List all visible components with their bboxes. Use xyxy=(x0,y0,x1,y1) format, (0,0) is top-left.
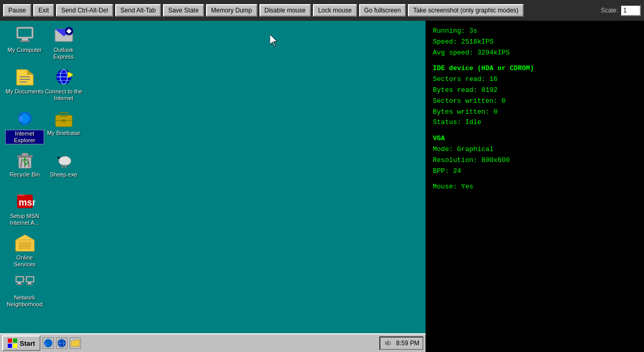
svg-marker-58 xyxy=(385,340,389,346)
my-computer-icon xyxy=(15,25,35,46)
svg-rect-49 xyxy=(13,339,17,343)
online-services-icon xyxy=(15,233,35,253)
svg-rect-4 xyxy=(20,40,30,42)
desktop-icon-my-documents[interactable]: My Documents xyxy=(5,66,44,95)
desktop-icon-network-neighborhood[interactable]: Network Neighborhood xyxy=(5,273,44,308)
taskbar-tray: 8:59 PM xyxy=(379,336,423,350)
my-documents-icon xyxy=(15,66,35,87)
my-briefcase-label: My Briefcase xyxy=(47,130,80,137)
desktop-icon-internet-explorer[interactable]: e Internet Explorer xyxy=(5,108,44,144)
desktop-icon-sheep-exe[interactable]: Sheep.exe xyxy=(44,150,83,178)
toolbar: Pause Exit Send Ctrl-Alt-Del Send Alt-Ta… xyxy=(0,0,644,21)
online-services-label: Online Services xyxy=(5,254,44,268)
bytes-read-text: Bytes read: 8192 xyxy=(433,85,637,96)
network-neighborhood-label: Network Neighborhood xyxy=(5,294,44,308)
desktop-area[interactable]: My Computer Outlook Express xyxy=(0,21,426,333)
svg-marker-57 xyxy=(71,340,79,346)
desktop-icon-online-services[interactable]: Online Services xyxy=(5,233,44,268)
svg-rect-33 xyxy=(65,165,66,168)
disable-mouse-button[interactable]: Disable mouse xyxy=(259,4,311,17)
desktop-icon-outlook-express[interactable]: Outlook Express xyxy=(44,25,83,60)
svg-rect-41 xyxy=(18,282,21,284)
svg-rect-48 xyxy=(8,339,12,343)
internet-explorer-label: Internet Explorer xyxy=(5,130,44,144)
taskbar-icon-folder[interactable] xyxy=(70,337,81,349)
svg-rect-11 xyxy=(20,79,30,80)
resolution-text: Resolution: 800x600 xyxy=(433,155,637,166)
desktop-icon-connect[interactable]: Connect to the Internet xyxy=(44,66,83,102)
svg-rect-50 xyxy=(8,344,12,348)
svg-text:msn: msn xyxy=(19,197,35,208)
svg-rect-40 xyxy=(17,277,23,281)
connect-label: Connect to the Internet xyxy=(44,88,83,102)
bpp-text: BPP: 24 xyxy=(433,166,637,177)
outlook-express-icon xyxy=(53,25,74,46)
scale-input[interactable] xyxy=(620,5,641,16)
taskbar-time: 8:59 PM xyxy=(396,340,419,347)
svg-rect-32 xyxy=(62,165,63,168)
svg-rect-38 xyxy=(19,242,31,249)
exit-button[interactable]: Exit xyxy=(33,4,54,17)
svg-rect-51 xyxy=(13,344,17,348)
setup-msn-icon: msn xyxy=(15,191,35,212)
start-button[interactable]: Start xyxy=(2,335,40,351)
pause-button[interactable]: Pause xyxy=(3,4,31,17)
network-neighborhood-icon xyxy=(15,273,35,293)
taskbar-icon-globe[interactable] xyxy=(56,337,67,349)
info-panel: Running: 3s Speed: 2518kIPS Avg speed: 3… xyxy=(426,21,644,352)
scale-label: Scale: xyxy=(601,7,618,14)
internet-explorer-icon: e xyxy=(15,108,35,129)
taskbar-quick-launch: e xyxy=(43,337,81,349)
desktop-icon-my-briefcase[interactable]: My Briefcase xyxy=(44,108,83,137)
recycle-bin-icon xyxy=(15,150,35,170)
take-screenshot-button[interactable]: Take screenshot (only graphic modes) xyxy=(408,4,524,17)
speed-text: Speed: 2518kIPS xyxy=(433,37,637,48)
memory-dump-button[interactable]: Memory Dump xyxy=(206,4,257,17)
my-documents-label: My Documents xyxy=(6,88,44,95)
svg-text:e: e xyxy=(19,112,23,124)
sheep-exe-icon xyxy=(53,150,74,170)
sectors-read-text: Sectors read: 16 xyxy=(433,74,637,85)
sectors-written-text: Sectors written: 0 xyxy=(433,96,637,107)
svg-rect-2 xyxy=(18,29,32,37)
svg-marker-0 xyxy=(270,34,277,47)
avg-speed-text: Avg speed: 3294kIPS xyxy=(433,48,637,59)
send-ctrl-alt-del-button[interactable]: Send Ctrl-Alt-Del xyxy=(56,4,113,17)
send-alt-tab-button[interactable]: Send Alt-Tab xyxy=(115,4,161,17)
running-text: Running: 3s xyxy=(433,26,637,37)
mouse-text: Mouse: Yes xyxy=(433,182,637,193)
svg-rect-3 xyxy=(22,38,28,40)
recycle-bin-label: Recycle Bin xyxy=(9,171,39,178)
taskbar: Start e xyxy=(0,333,426,352)
taskbar-icon-ie[interactable]: e xyxy=(43,337,54,349)
cursor xyxy=(270,34,280,49)
svg-point-31 xyxy=(63,156,68,161)
svg-rect-44 xyxy=(27,277,33,281)
tray-icon-speaker[interactable] xyxy=(383,339,393,348)
start-windows-icon xyxy=(7,338,18,348)
svg-rect-10 xyxy=(20,76,30,77)
mode-text: Mode: Graphical xyxy=(433,144,637,155)
desktop-icon-my-computer[interactable]: My Computer xyxy=(5,25,44,53)
scale-area: Scale: xyxy=(601,5,641,16)
svg-point-30 xyxy=(58,157,60,159)
lock-mouse-button[interactable]: Lock mouse xyxy=(313,4,357,17)
setup-msn-label: Setup MSN Internet A... xyxy=(5,213,44,226)
svg-rect-12 xyxy=(20,82,27,83)
sheep-exe-label: Sheep.exe xyxy=(50,171,77,178)
svg-marker-36 xyxy=(16,235,34,240)
main-area: My Computer Outlook Express xyxy=(0,21,644,352)
bytes-written-text: Bytes written: 0 xyxy=(433,107,637,118)
desktop-icon-setup-msn[interactable]: msn Setup MSN Internet A... xyxy=(5,191,44,226)
desktop-icon-recycle-bin[interactable]: Recycle Bin xyxy=(5,150,44,178)
briefcase-icon xyxy=(53,108,74,129)
save-state-button[interactable]: Save State xyxy=(163,4,204,17)
vga-header-text: VGA xyxy=(433,133,637,144)
svg-rect-45 xyxy=(28,282,31,284)
ide-header-text: IDE device (HDA or CDROM) xyxy=(433,63,637,74)
start-label: Start xyxy=(20,340,35,347)
desktop: My Computer Outlook Express xyxy=(0,21,426,352)
go-fullscreen-button[interactable]: Go fullscreen xyxy=(359,4,406,17)
connect-icon xyxy=(53,66,74,87)
status-text: Status: Idle xyxy=(433,117,637,128)
